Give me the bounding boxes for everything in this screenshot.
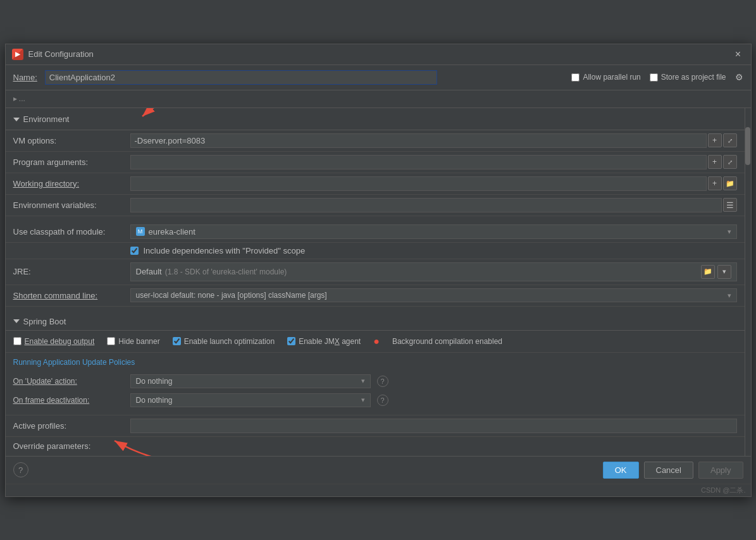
- spacer2: [6, 307, 745, 312]
- content-area: Environment VM options:: [6, 108, 751, 456]
- jre-detail: (1.8 - SDK of 'eureka-client' module): [165, 267, 287, 276]
- spring-boot-title: Spring Boot: [23, 317, 66, 326]
- spring-options-row: Enable debug output Hide banner Enable l…: [6, 331, 745, 353]
- on-update-row: On 'Update' action: Do nothing Update cl…: [13, 372, 737, 391]
- enable-jmx-option: Enable JMX agent: [287, 337, 361, 346]
- active-profiles-row: Active profiles:: [6, 415, 745, 437]
- env-var-edit-btn[interactable]: ☰: [723, 198, 737, 212]
- jre-input[interactable]: Default (1.8 - SDK of 'eureka-client' mo…: [130, 262, 737, 281]
- main-panel: Environment VM options:: [6, 108, 745, 456]
- active-profiles-input-container: [130, 419, 737, 433]
- use-classpath-label: Use classpath of module:: [13, 227, 130, 236]
- vm-options-add-btn[interactable]: +: [708, 133, 722, 147]
- working-dir-add-btn[interactable]: +: [708, 176, 722, 190]
- on-update-select[interactable]: Do nothing Update classes and resources …: [130, 374, 371, 388]
- module-select[interactable]: M eureka-client ▾: [130, 224, 737, 239]
- jre-label: JRE:: [13, 267, 130, 276]
- shorten-command-value: user-local default: none - java [options…: [136, 291, 728, 300]
- environment-section-header[interactable]: Environment: [6, 108, 745, 130]
- ok-button[interactable]: OK: [603, 462, 639, 479]
- environment-variables-row: Environment variables: ☰: [6, 195, 745, 216]
- hide-banner-checkbox[interactable]: [107, 337, 115, 345]
- bottom-bar: ? OK Cancel Apply: [6, 456, 751, 484]
- on-frame-select[interactable]: Do nothing Update classes and resources …: [130, 393, 371, 407]
- close-button[interactable]: ×: [732, 48, 745, 61]
- top-right-options: Allow parallel run Store as project file…: [571, 72, 743, 82]
- environment-section-title: Environment: [23, 114, 70, 124]
- hide-banner-option: Hide banner: [107, 337, 159, 346]
- title-bar: ▶ Edit Configuration ×: [6, 44, 751, 65]
- spring-boot-section-header[interactable]: Spring Boot: [6, 312, 745, 331]
- module-name: eureka-client: [149, 227, 724, 236]
- on-update-chevron-icon: ▾: [361, 377, 365, 385]
- include-dependencies-checkbox[interactable]: [130, 247, 139, 255]
- module-icon: M: [136, 227, 145, 236]
- program-arguments-input[interactable]: [130, 155, 707, 169]
- on-frame-help-icon[interactable]: ?: [377, 395, 388, 406]
- jre-dropdown-btn[interactable]: ▾: [717, 265, 731, 279]
- vm-options-label: VM options:: [13, 136, 130, 145]
- collapse-triangle-icon: [13, 118, 20, 121]
- active-profiles-input[interactable]: [130, 419, 737, 433]
- store-as-project-checkbox[interactable]: [650, 73, 658, 82]
- enable-launch-option: Enable launch optimization: [173, 337, 275, 346]
- store-as-project-option: Store as project file: [650, 73, 726, 82]
- working-dir-browse-btn[interactable]: 📁: [723, 176, 737, 190]
- nav-strip: ▸ ...: [6, 90, 751, 108]
- shorten-command-row: Shorten command line: user-local default…: [6, 285, 745, 307]
- vm-options-input[interactable]: [130, 133, 707, 148]
- enable-jmx-label: Enable JMX agent: [299, 337, 361, 346]
- use-classpath-row: Use classpath of module: M eureka-client…: [6, 221, 745, 243]
- include-dependencies-label: Include dependencies with "Provided" sco…: [144, 246, 306, 255]
- bg-compile-text: Background compilation enabled: [392, 337, 502, 346]
- spring-collapse-icon: [13, 319, 20, 323]
- vm-options-input-group: + ⤢: [130, 133, 737, 148]
- nav-strip-inner: ▸ ...: [13, 94, 25, 103]
- spacer1: [6, 216, 745, 221]
- allow-parallel-label: Allow parallel run: [583, 73, 640, 82]
- watermark: CSDN @二杀.: [6, 484, 751, 496]
- gear-icon[interactable]: ⚙: [735, 72, 743, 82]
- help-button[interactable]: ?: [13, 462, 28, 477]
- name-input[interactable]: [45, 70, 437, 85]
- program-arguments-input-group: + ⤢: [130, 155, 737, 169]
- allow-parallel-checkbox[interactable]: [571, 73, 579, 82]
- enable-jmx-checkbox[interactable]: [287, 337, 295, 345]
- cancel-button[interactable]: Cancel: [644, 462, 693, 479]
- program-args-add-btn[interactable]: +: [708, 155, 722, 169]
- on-frame-chevron-icon: ▾: [361, 396, 365, 404]
- enable-debug-checkbox[interactable]: [13, 337, 22, 345]
- environment-variables-label: Environment variables:: [13, 200, 130, 210]
- on-frame-dropdown[interactable]: Do nothing Update classes and resources: [136, 396, 361, 405]
- shorten-command-select[interactable]: user-local default: none - java [options…: [130, 288, 737, 302]
- environment-variables-input[interactable]: [130, 198, 722, 212]
- working-directory-input-group: + 📁: [130, 176, 737, 191]
- vm-options-row: VM options: + ⤢: [6, 130, 745, 152]
- allow-parallel-option: Allow parallel run: [571, 73, 640, 82]
- scroll-thumb[interactable]: [745, 127, 750, 165]
- on-update-dropdown[interactable]: Do nothing Update classes and resources: [136, 377, 361, 386]
- program-args-expand-btn[interactable]: ⤢: [723, 155, 737, 169]
- apply-button[interactable]: Apply: [698, 462, 743, 479]
- on-update-label: On 'Update' action:: [13, 377, 124, 386]
- program-arguments-label: Program arguments:: [13, 157, 130, 167]
- scrollbar[interactable]: [745, 108, 751, 456]
- working-directory-row: Working directory: + 📁: [6, 173, 745, 195]
- on-update-help-icon[interactable]: ?: [377, 376, 388, 387]
- active-profiles-label: Active profiles:: [13, 421, 130, 431]
- enable-debug-label: Enable debug output: [25, 337, 95, 346]
- error-icon: ●: [373, 336, 380, 347]
- enable-launch-label: Enable launch optimization: [184, 337, 275, 346]
- arrow-annotation: [123, 108, 250, 126]
- environment-variables-input-group: ☰: [130, 198, 737, 212]
- running-policies-title: Running Application Update Policies: [13, 358, 737, 367]
- jre-browse-btn[interactable]: 📁: [701, 265, 715, 279]
- store-as-project-label: Store as project file: [661, 73, 726, 82]
- working-directory-input[interactable]: [130, 176, 707, 191]
- top-bar: Name: Allow parallel run Store as projec…: [6, 65, 751, 90]
- vm-options-expand-btn[interactable]: ⤢: [723, 133, 737, 147]
- edit-configuration-dialog: ▶ Edit Configuration × Name: Allow paral…: [5, 44, 752, 497]
- enable-launch-checkbox[interactable]: [173, 337, 181, 345]
- override-parameters-row: Override parameters:: [6, 437, 745, 456]
- app-icon: ▶: [12, 49, 23, 60]
